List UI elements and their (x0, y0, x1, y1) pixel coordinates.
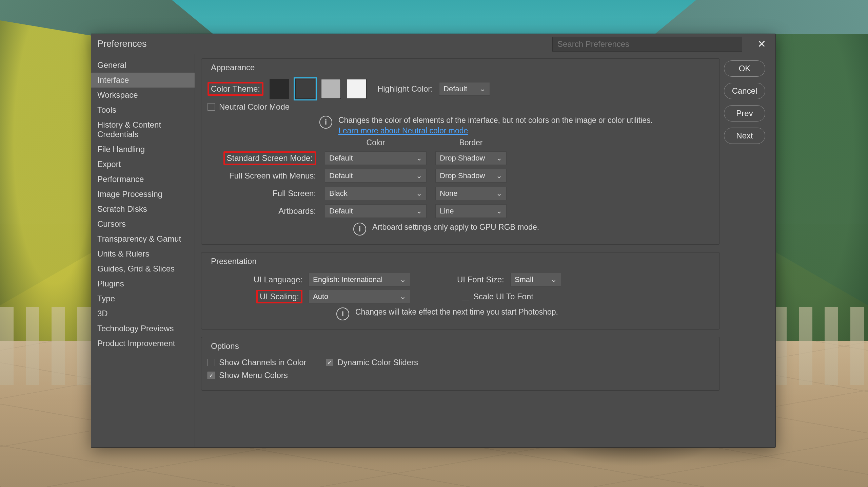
neutral-color-mode-checkbox[interactable]: Neutral Color Mode (208, 102, 290, 112)
chevron-down-icon: ⌄ (496, 189, 502, 198)
content: Appearance Color Theme: Highlight Color: (195, 54, 775, 447)
sidebar-item-history[interactable]: History & Content Credentials (91, 117, 195, 142)
sidebar-item-3d[interactable]: 3D (91, 306, 195, 321)
fullscreen-menus-color-select[interactable]: Default⌄ (325, 169, 427, 183)
neutral-info-text: Changes the color of elements of the int… (338, 115, 653, 136)
chevron-down-icon: ⌄ (496, 207, 502, 216)
sidebar-item-plugins[interactable]: Plugins (91, 276, 195, 291)
theme-swatch-lightest[interactable] (347, 79, 367, 99)
ui-language-select[interactable]: English: International⌄ (309, 273, 410, 286)
chevron-down-icon: ⌄ (496, 154, 502, 163)
sidebar-item-workspace[interactable]: Workspace (91, 88, 195, 102)
show-channels-label: Show Channels in Color (219, 358, 306, 367)
sidebar-item-export[interactable]: Export (91, 157, 195, 172)
sidebar-item-performance[interactable]: Performance (91, 172, 195, 187)
group-presentation-legend: Presentation (209, 257, 259, 266)
sidebar-item-interface[interactable]: Interface (91, 73, 195, 88)
sidebar-item-image-processing[interactable]: Image Processing (91, 187, 195, 202)
restart-note-text: Changes will take effect the next time y… (355, 307, 558, 317)
artboards-border-select[interactable]: Line⌄ (435, 204, 507, 218)
row-ui-language: UI Language: English: International⌄ UI … (208, 273, 713, 286)
artboard-note: i Artboard settings only apply to GPU RG… (353, 222, 713, 236)
group-options: Options Show Channels in Color Dynamic C… (201, 337, 720, 391)
chevron-down-icon: ⌄ (479, 85, 486, 93)
restart-note: i Changes will take effect the next time… (336, 307, 713, 320)
sidebar-item-guides-grid[interactable]: Guides, Grid & Slices (91, 261, 195, 276)
scale-ui-to-font-label: Scale UI To Font (473, 292, 533, 301)
sidebar-item-units-rulers[interactable]: Units & Rulers (91, 246, 195, 261)
dynamic-sliders-label: Dynamic Color Sliders (337, 358, 418, 367)
artboard-note-text: Artboard settings only apply to GPU RGB … (372, 222, 539, 232)
next-button[interactable]: Next (724, 128, 765, 144)
dynamic-sliders-checkbox[interactable]: Dynamic Color Sliders (326, 358, 418, 367)
highlight-color-select[interactable]: Default ⌄ (439, 82, 490, 96)
highlight-color-value: Default (443, 85, 467, 93)
info-icon: i (319, 116, 332, 129)
search-input[interactable] (552, 37, 742, 52)
neutral-info: i Changes the color of elements of the i… (319, 115, 713, 136)
standard-color-value: Default (329, 154, 353, 163)
sidebar-item-general[interactable]: General (91, 58, 195, 73)
theme-swatch-dark[interactable] (295, 79, 315, 99)
chevron-down-icon: ⌄ (416, 154, 422, 163)
ui-font-size-select[interactable]: Small⌄ (510, 273, 561, 286)
neutral-info-body: Changes the color of elements of the int… (338, 116, 653, 125)
sidebar-item-tools[interactable]: Tools (91, 102, 195, 117)
fullscreen-menus-border-value: Drop Shadow (440, 171, 485, 180)
ui-font-size-label: UI Font Size: (457, 275, 504, 284)
row-fullscreen-label: Full Screen: (208, 189, 316, 198)
neutral-learn-more-link[interactable]: Learn more about Neutral color mode (338, 126, 468, 135)
chevron-down-icon: ⌄ (400, 275, 406, 284)
sidebar-item-type[interactable]: Type (91, 291, 195, 306)
ui-language-value: English: International (313, 275, 382, 284)
preferences-window: Preferences ✕ General Interface Workspac… (91, 34, 776, 448)
info-icon: i (336, 307, 349, 320)
sidebar-item-product-improvement[interactable]: Product Improvement (91, 336, 195, 351)
screen-mode-grid: Color Border Standard Screen Mode: Defau… (208, 138, 713, 218)
checkbox-icon (208, 359, 215, 366)
sidebar-item-transparency[interactable]: Transparency & Gamut (91, 231, 195, 246)
fullscreen-color-select[interactable]: Black⌄ (325, 187, 427, 200)
sidebar-item-file-handling[interactable]: File Handling (91, 142, 195, 157)
color-theme-label: Color Theme: (208, 82, 263, 96)
theme-swatch-light[interactable] (321, 79, 341, 99)
row-ui-scaling: UI Scaling: Auto⌄ Scale UI To Font (208, 290, 713, 303)
standard-color-select[interactable]: Default⌄ (325, 151, 427, 165)
chevron-down-icon: ⌄ (416, 189, 422, 198)
prev-button[interactable]: Prev (724, 105, 765, 121)
group-presentation: Presentation UI Language: English: Inter… (201, 252, 720, 330)
standard-border-value: Drop Shadow (440, 154, 485, 163)
standard-border-select[interactable]: Drop Shadow⌄ (435, 151, 507, 165)
group-appearance-legend: Appearance (209, 63, 257, 72)
sidebar-item-tech-previews[interactable]: Technology Previews (91, 321, 195, 336)
ok-button[interactable]: OK (724, 60, 765, 77)
col-hdr-color: Color (325, 138, 427, 147)
color-theme-swatches (270, 79, 367, 99)
group-options-legend: Options (209, 341, 241, 351)
scale-ui-to-font-checkbox[interactable]: Scale UI To Font (462, 292, 533, 301)
theme-swatch-darkest[interactable] (270, 79, 289, 99)
cancel-button[interactable]: Cancel (724, 83, 765, 99)
ui-scaling-select[interactable]: Auto⌄ (309, 290, 410, 303)
show-menu-colors-checkbox[interactable]: Show Menu Colors (208, 371, 288, 380)
window-title: Preferences (97, 39, 147, 49)
close-button[interactable]: ✕ (754, 36, 769, 52)
fullscreen-menus-border-select[interactable]: Drop Shadow⌄ (435, 169, 507, 183)
row-color-theme: Color Theme: Highlight Color: Default ⌄ (208, 79, 713, 99)
panels: Appearance Color Theme: Highlight Color: (197, 58, 724, 442)
row-fullscreen-menus-label: Full Screen with Menus: (208, 171, 316, 181)
fullscreen-border-select[interactable]: None⌄ (435, 187, 507, 200)
sidebar-item-scratch-disks[interactable]: Scratch Disks (91, 202, 195, 217)
sidebar-item-cursors[interactable]: Cursors (91, 217, 195, 231)
row-options-1: Show Channels in Color Dynamic Color Sli… (208, 358, 713, 367)
col-hdr-border: Border (435, 138, 507, 147)
search-wrap: ✕ (552, 36, 769, 52)
checkbox-icon (208, 103, 215, 111)
show-menu-colors-label: Show Menu Colors (219, 371, 288, 380)
desktop-background: Preferences ✕ General Interface Workspac… (0, 0, 868, 487)
show-channels-checkbox[interactable]: Show Channels in Color (208, 358, 306, 367)
artboards-border-value: Line (440, 207, 454, 216)
fullscreen-border-value: None (440, 189, 458, 198)
artboards-color-select[interactable]: Default⌄ (325, 204, 427, 218)
dialog-buttons: OK Cancel Prev Next (724, 58, 770, 442)
